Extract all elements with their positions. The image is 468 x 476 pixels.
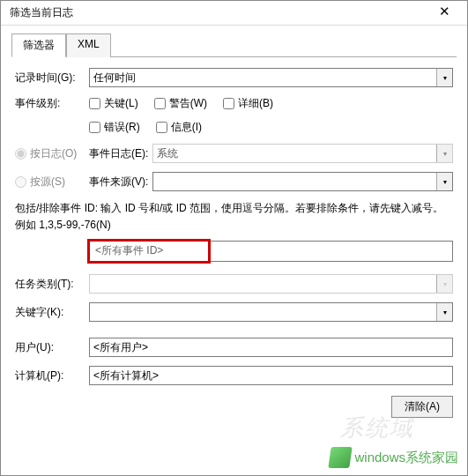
- checkbox-error-input[interactable]: [89, 122, 100, 133]
- titlebar: 筛选当前日志 ✕: [1, 1, 467, 26]
- checkbox-info[interactable]: 信息(I): [156, 120, 202, 135]
- event-source-combo[interactable]: ▾: [152, 172, 453, 191]
- keywords-combo[interactable]: ▾: [89, 302, 453, 322]
- label-event-source: 事件来源(V):: [89, 175, 152, 190]
- close-icon: ✕: [439, 4, 450, 19]
- label-level: 事件级别:: [15, 96, 89, 111]
- user-input[interactable]: [89, 338, 453, 357]
- label-event-log: 事件日志(E):: [89, 146, 152, 161]
- label-task-category: 任务类别(T):: [15, 277, 89, 292]
- checkbox-error[interactable]: 错误(R): [89, 120, 140, 135]
- logged-time-value: 任何时间: [93, 71, 136, 86]
- checkbox-verbose[interactable]: 详细(B): [223, 96, 273, 111]
- close-button[interactable]: ✕: [427, 4, 462, 23]
- radio-by-source-label: 按源(S): [30, 175, 65, 190]
- label-user: 用户(U):: [15, 340, 89, 355]
- label-logged: 记录时间(G):: [15, 71, 89, 86]
- event-id-input[interactable]: <所有事件 ID>: [89, 241, 453, 262]
- event-id-placeholder: <所有事件 ID>: [90, 242, 208, 260]
- radio-by-log[interactable]: 按日志(O): [15, 146, 89, 161]
- content-area: 筛选器 XML 记录时间(G): 任何时间 ▾ 事件级别:: [1, 26, 467, 430]
- chevron-down-icon: ▾: [436, 275, 452, 293]
- chevron-down-icon: ▾: [436, 145, 452, 162]
- checkbox-warning-input[interactable]: [154, 98, 166, 109]
- event-log-combo[interactable]: 系统 ▾: [152, 144, 453, 163]
- form-area: 记录时间(G): 任何时间 ▾ 事件级别: 关键(L): [11, 63, 457, 423]
- event-id-highlight: <所有事件 ID>: [87, 239, 211, 264]
- checkbox-verbose-label: 详细(B): [238, 96, 273, 111]
- tab-strip: 筛选器 XML: [11, 33, 457, 57]
- brand-watermark: windows系统家园: [330, 447, 458, 468]
- radio-by-log-input[interactable]: [15, 148, 26, 160]
- filter-dialog: 筛选当前日志 ✕ 筛选器 XML 记录时间(G): 任何时间 ▾: [0, 0, 468, 476]
- label-keywords: 关键字(K):: [15, 305, 89, 320]
- checkbox-warning-label: 警告(W): [169, 96, 207, 111]
- radio-by-source-input[interactable]: [15, 176, 26, 188]
- checkbox-critical-label: 关键(L): [104, 96, 138, 111]
- checkbox-critical[interactable]: 关键(L): [89, 96, 138, 111]
- radio-by-source[interactable]: 按源(S): [15, 175, 89, 190]
- logged-time-combo[interactable]: 任何时间 ▾: [89, 68, 453, 87]
- checkbox-error-label: 错误(R): [104, 120, 140, 135]
- computer-input[interactable]: [89, 366, 453, 385]
- chevron-down-icon: ▾: [436, 303, 452, 321]
- level-checkbox-group: 关键(L) 警告(W) 详细(B): [89, 96, 453, 111]
- tab-filter[interactable]: 筛选器: [11, 33, 66, 57]
- chevron-down-icon: ▾: [436, 173, 452, 190]
- checkbox-critical-input[interactable]: [89, 98, 100, 109]
- chevron-down-icon: ▾: [436, 69, 452, 86]
- background-watermark: 系统域: [340, 413, 414, 443]
- windows-logo-icon: [329, 447, 353, 468]
- label-computer: 计算机(P):: [15, 368, 89, 383]
- event-log-value: 系统: [157, 146, 178, 161]
- event-id-help: 包括/排除事件 ID: 输入 ID 号和/或 ID 范围，使用逗号分隔。若要排除…: [15, 200, 453, 234]
- checkbox-info-label: 信息(I): [171, 120, 202, 135]
- radio-by-log-label: 按日志(O): [30, 146, 77, 161]
- tab-xml[interactable]: XML: [66, 33, 111, 57]
- checkbox-info-input[interactable]: [156, 122, 167, 133]
- checkbox-verbose-input[interactable]: [223, 98, 234, 109]
- task-category-combo[interactable]: ▾: [89, 274, 453, 294]
- checkbox-warning[interactable]: 警告(W): [154, 96, 207, 111]
- window-title: 筛选当前日志: [10, 5, 73, 20]
- brand-text: windows系统家园: [354, 450, 458, 466]
- level-checkbox-group-2: 错误(R) 信息(I): [89, 120, 453, 135]
